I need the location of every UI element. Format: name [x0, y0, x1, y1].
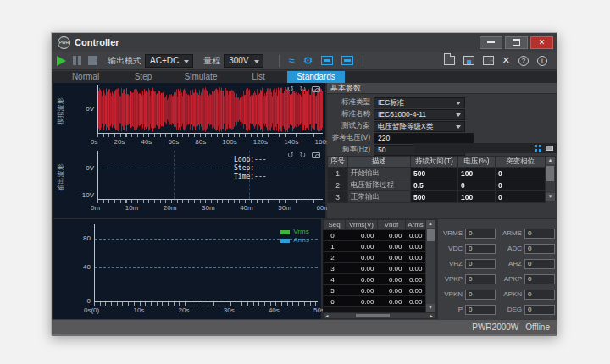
connection-state: Offline: [525, 323, 550, 332]
seq-row[interactable]: 60.000.000.00: [324, 296, 426, 307]
sequence-vscrollbar[interactable]: ▲ ▼: [425, 219, 435, 312]
minimize-button[interactable]: [480, 36, 502, 49]
table-row[interactable]: 1 开始输出 500 100 0: [328, 168, 546, 179]
test-scheme-label: 测试方案: [327, 121, 374, 131]
col-description[interactable]: 描述: [348, 157, 411, 168]
chart2-tick-strip: [97, 200, 323, 203]
separator: [363, 55, 363, 67]
table-row[interactable]: 3 正常输出 500 100 0: [328, 191, 546, 203]
output-mode-select[interactable]: AC+DC: [145, 54, 193, 68]
seq-row[interactable]: 00.000.000.00: [324, 230, 426, 241]
chart1-ylabel: 模拟波形: [56, 98, 65, 125]
tab-simulate[interactable]: Simulate: [172, 71, 230, 83]
zoom-redo-icon[interactable]: ↻: [299, 85, 306, 93]
tab-list[interactable]: List: [230, 71, 287, 83]
close-button[interactable]: ✕: [530, 36, 553, 49]
chevron-down-icon: [456, 125, 461, 129]
tools-wrench-icon[interactable]: ✕: [502, 55, 510, 66]
pause-button[interactable]: [73, 56, 81, 65]
col-duration[interactable]: 持续时间(T): [411, 157, 458, 168]
adc-value: 0: [524, 244, 555, 254]
title-bar[interactable]: PWR Controller ✕: [52, 33, 557, 52]
help-icon[interactable]: ?: [518, 56, 529, 66]
panel-view-icon[interactable]: [341, 56, 353, 65]
device-monitor-icon[interactable]: [321, 56, 333, 65]
standard-name-select[interactable]: IEC61000-4-11: [374, 109, 465, 120]
seq-row[interactable]: 20.000.000.00: [324, 252, 426, 263]
chart3-plot[interactable]: Vrms Arms: [94, 224, 318, 302]
settings-gear-icon[interactable]: ⚙: [303, 55, 313, 66]
export-file-icon[interactable]: [483, 56, 494, 65]
chart3-tick-strip: [94, 302, 318, 306]
snapshot-camera-icon[interactable]: [312, 152, 320, 158]
table-row[interactable]: 2 电压暂降过程 0.5 0 0: [328, 179, 546, 191]
chart2-ylabel: 输出波形: [56, 164, 65, 191]
arms-value: 0: [524, 229, 555, 239]
test-scheme-select[interactable]: 电压暂降等级X类: [374, 121, 465, 132]
standard-type-select[interactable]: IEC标准: [374, 97, 465, 108]
output-waveform-chart: 输出波形 0V -10V Loop:--- Step:--- Time:--- …: [53, 147, 325, 218]
seq-row[interactable]: 40.000.000.00: [324, 274, 426, 285]
page: PWR Controller ✕ 输出模式 AC+DC 量程 300V ≈ ⚙ …: [0, 0, 610, 364]
table-toolbar: [414, 143, 557, 153]
sequence-hscrollbar[interactable]: ◄ ►: [323, 312, 435, 319]
seq-row[interactable]: 10.000.000.00: [324, 241, 426, 252]
sequence-results: Seq Vrms(V) Vhdf Arms 00.000.000.00 10.0…: [323, 219, 435, 319]
info-icon[interactable]: i: [537, 56, 547, 66]
scrollbar-thumb[interactable]: [356, 314, 390, 317]
chart3-ytick-80: 80: [65, 234, 91, 242]
apkn-label: APKN: [499, 290, 524, 298]
open-file-icon[interactable]: [444, 56, 455, 65]
tab-step[interactable]: Step: [114, 71, 172, 83]
expand-grid-icon[interactable]: [535, 145, 541, 152]
scroll-up-icon[interactable]: ▲: [426, 220, 435, 228]
reference-voltage-input[interactable]: 220: [374, 133, 474, 144]
vrms-value: 0: [465, 229, 496, 239]
save-file-icon[interactable]: [463, 56, 474, 65]
col-seq[interactable]: Seq: [324, 220, 346, 230]
loop-step-time-readout: Loop:--- Step:--- Time:---: [234, 156, 267, 181]
col-index[interactable]: 序号: [328, 157, 348, 168]
arms-legend-label: Arms: [293, 236, 309, 245]
frequency-label: 频率(Hz): [327, 145, 374, 155]
field-reference-voltage: 参考电压(V) 220: [327, 132, 474, 144]
steps-table: 序号 描述 持续时间(T) 电压(%) 突变相位 1 开始输出 500 100 …: [327, 156, 546, 203]
chart3-ytick-0: 0: [65, 297, 91, 305]
chart1-tools: ↺ ↻: [287, 85, 320, 93]
collapse-panel-icon[interactable]: [546, 146, 553, 151]
minimize-icon: [487, 41, 495, 43]
scrollbar-thumb[interactable]: [546, 166, 554, 181]
scroll-up-icon[interactable]: ▲: [546, 157, 555, 164]
zoom-redo-icon[interactable]: ↻: [299, 151, 306, 159]
col-phase[interactable]: 突变相位: [496, 157, 546, 168]
vhz-label: VHZ: [440, 260, 465, 267]
col-vhdf[interactable]: Vhdf: [378, 220, 406, 230]
tab-normal[interactable]: Normal: [57, 71, 114, 83]
chevron-down-icon: [456, 102, 461, 105]
scroll-right-icon[interactable]: ►: [428, 313, 435, 318]
scroll-left-icon[interactable]: ◄: [324, 313, 330, 318]
chart1-tick-strip: [97, 134, 323, 137]
stop-button[interactable]: [88, 56, 97, 65]
waveform-icon[interactable]: ≈: [289, 55, 295, 66]
range-select[interactable]: 300V: [224, 54, 263, 68]
zoom-reset-icon[interactable]: ↺: [287, 85, 294, 93]
window-frame-bottom: [52, 334, 557, 336]
close-icon: ✕: [539, 39, 546, 47]
chart3-ytick-40: 40: [65, 263, 91, 271]
zoom-reset-icon[interactable]: ↺: [287, 151, 294, 159]
snapshot-camera-icon[interactable]: [312, 86, 320, 92]
steps-table-scrollbar[interactable]: ▲ ▼: [545, 156, 556, 201]
col-voltage[interactable]: 电压(%): [458, 157, 496, 168]
col-vrms[interactable]: Vrms(V): [346, 220, 378, 230]
scroll-down-icon[interactable]: ▼: [546, 193, 555, 201]
seq-row[interactable]: 50.000.000.00: [324, 285, 426, 296]
scrollbar-thumb[interactable]: [427, 229, 435, 241]
maximize-button[interactable]: [505, 36, 528, 49]
scroll-down-icon[interactable]: ▼: [426, 304, 435, 312]
gridline: [174, 151, 175, 199]
play-button[interactable]: [57, 56, 66, 66]
tab-standards[interactable]: Standards: [287, 71, 345, 83]
col-arms[interactable]: Arms: [406, 220, 426, 230]
seq-row[interactable]: 30.000.000.00: [324, 263, 426, 274]
